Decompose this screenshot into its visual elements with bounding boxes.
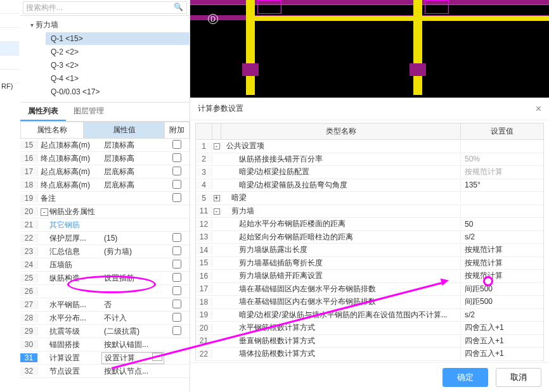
param-row[interactable]: 15剪力墙基础插筋弯折长度按规范计算 bbox=[196, 257, 543, 270]
property-value[interactable]: 不计入 bbox=[101, 313, 164, 324]
property-row[interactable]: 32节点设置按默认节点... bbox=[20, 365, 190, 378]
property-value[interactable]: (15) bbox=[101, 234, 164, 243]
property-row[interactable]: 26 bbox=[20, 285, 190, 298]
property-row[interactable]: 22保护层厚...(15) bbox=[20, 232, 190, 245]
param-value[interactable]: 按规范计算 bbox=[461, 244, 543, 255]
param-value[interactable]: s/2 bbox=[461, 310, 543, 319]
property-value[interactable]: 层底标高 bbox=[101, 167, 164, 177]
close-icon[interactable]: × bbox=[536, 103, 541, 115]
property-value[interactable]: 层顶标高 bbox=[101, 140, 164, 151]
param-row[interactable]: 20水平钢筋根数计算方式四舍五入+1 bbox=[196, 322, 543, 335]
extra-checkbox[interactable] bbox=[172, 180, 181, 189]
param-value[interactable]: 四舍五入+1 bbox=[461, 322, 543, 333]
property-value[interactable]: 层顶标高 bbox=[101, 153, 164, 164]
drawing-canvas[interactable]: D bbox=[190, 0, 549, 98]
ellipsis-button[interactable]: ⋯ bbox=[152, 353, 162, 361]
property-row[interactable]: 16终点顶标高(m)层顶标高 bbox=[20, 152, 190, 165]
col-value: 属性值 bbox=[84, 122, 164, 139]
property-row[interactable]: 19备注 bbox=[20, 192, 190, 205]
param-table-header: 类型名称 设置值 bbox=[195, 123, 544, 140]
extra-checkbox[interactable] bbox=[172, 260, 181, 269]
tree-item[interactable]: Q-4 <1> bbox=[46, 72, 190, 85]
property-row[interactable]: 23汇总信息(剪力墙) bbox=[20, 245, 190, 258]
property-row[interactable]: 24压墙筋 bbox=[20, 258, 190, 272]
extra-checkbox[interactable] bbox=[172, 246, 181, 255]
property-value[interactable]: 按默认锚固... bbox=[101, 339, 164, 350]
tab-layers[interactable]: 图层管理 bbox=[66, 103, 112, 121]
cancel-button[interactable]: 取消 bbox=[496, 368, 541, 387]
extra-checkbox[interactable] bbox=[172, 313, 181, 322]
param-row[interactable]: 3暗梁/边框梁拉筋配置按规范计算 bbox=[196, 166, 543, 179]
property-row[interactable]: 25纵筋构造设置插筋 bbox=[20, 272, 190, 285]
property-value[interactable]: (剪力墙) bbox=[101, 246, 164, 257]
param-row[interactable]: 17墙在基础锚固区内左侧水平分布钢筋排数间距500 bbox=[196, 283, 543, 296]
param-row[interactable]: 14剪力墙纵筋露出长度按规范计算 bbox=[196, 244, 543, 257]
property-row[interactable]: 27水平钢筋...否 bbox=[20, 298, 190, 312]
tree-item[interactable]: Q-3 <2> bbox=[46, 59, 190, 72]
param-value[interactable]: 135° bbox=[461, 180, 543, 189]
property-value[interactable]: 按默认节点... bbox=[101, 366, 164, 377]
param-value[interactable]: 按规范计算 bbox=[461, 258, 543, 269]
extra-checkbox[interactable] bbox=[172, 167, 181, 175]
param-row[interactable]: 19暗梁/边框梁/梁纵筋与墙水平钢筋的距离在设值范围内不计算...s/2 bbox=[196, 309, 543, 322]
param-row[interactable]: 5+暗梁 bbox=[196, 192, 543, 205]
param-row[interactable]: 18墙在基础锚固区内右侧水平分布钢筋排数间距500 bbox=[196, 296, 543, 309]
param-value[interactable]: 50% bbox=[461, 155, 543, 163]
property-row[interactable]: 30锚固搭接按默认锚固... bbox=[20, 338, 190, 351]
tree-item[interactable]: Q-0/0.03 <17> bbox=[46, 85, 190, 98]
property-name: 起点顶标高(m) bbox=[38, 140, 101, 151]
param-row[interactable]: 16剪力墙纵筋错开距离设置按规范计算 bbox=[196, 270, 543, 283]
tree-item[interactable]: Q-1 <15> bbox=[46, 32, 190, 45]
param-value[interactable]: 按规范计算 bbox=[461, 167, 543, 177]
param-name: 剪力墙 bbox=[221, 206, 461, 217]
param-name: 墙体拉筋根数计算方式 bbox=[221, 348, 461, 359]
param-name: 暗梁/边框梁箍筋及拉筋弯勾角度 bbox=[221, 180, 461, 191]
param-value[interactable]: 间距500 bbox=[461, 284, 543, 294]
property-row[interactable]: 21其它钢筋 bbox=[20, 218, 190, 232]
property-row[interactable]: 31计算设置设置计算⋯ bbox=[20, 351, 190, 365]
property-row[interactable]: 18终点底标高(m)层底标高 bbox=[20, 179, 190, 192]
property-row[interactable]: 29抗震等级(二级抗震) bbox=[20, 325, 190, 338]
axis-marker-D: D bbox=[208, 14, 218, 24]
param-value[interactable]: 四舍五入+1 bbox=[461, 336, 543, 346]
extra-checkbox[interactable] bbox=[172, 326, 181, 335]
extra-checkbox[interactable] bbox=[172, 300, 181, 308]
param-value[interactable]: 四舍五入+1 bbox=[461, 348, 543, 359]
param-value[interactable]: s/2 bbox=[461, 232, 543, 241]
param-row[interactable]: 2纵筋搭接接头错开百分率50% bbox=[196, 153, 543, 167]
extra-checkbox[interactable] bbox=[172, 273, 181, 282]
property-row[interactable]: 15起点顶标高(m)层顶标高 bbox=[20, 139, 190, 152]
side-label: ​RF) bbox=[1, 82, 13, 90]
param-row[interactable]: 12起始水平分布钢筋距楼面的距离50 bbox=[196, 218, 543, 231]
property-value[interactable]: 设置计算⋯ bbox=[101, 352, 164, 364]
search-input[interactable] bbox=[23, 1, 187, 14]
search-icon[interactable]: 🔍 bbox=[174, 3, 183, 11]
param-value[interactable]: 间距500 bbox=[461, 296, 543, 307]
property-value[interactable]: 设置插筋 bbox=[101, 273, 164, 284]
property-value[interactable]: 否 bbox=[101, 300, 164, 310]
property-row[interactable]: 17起点底标高(m)层底标高 bbox=[20, 165, 190, 179]
property-row[interactable]: 28水平分布...不计入 bbox=[20, 312, 190, 325]
tab-properties[interactable]: 属性列表 bbox=[20, 103, 66, 121]
extra-checkbox[interactable] bbox=[172, 286, 181, 295]
property-row[interactable]: 20-钢筋业务属性 bbox=[20, 205, 190, 218]
param-row[interactable]: 11-剪力墙 bbox=[196, 205, 543, 218]
param-value[interactable]: 50 bbox=[461, 220, 543, 229]
extra-checkbox[interactable] bbox=[172, 140, 181, 149]
property-header: 属性名称 属性值 附加 bbox=[20, 122, 190, 139]
tree-item[interactable]: Q-2 <2> bbox=[46, 46, 190, 58]
property-value[interactable]: 层底标高 bbox=[101, 180, 164, 191]
extra-checkbox[interactable] bbox=[172, 153, 181, 162]
property-value[interactable]: (二级抗震) bbox=[101, 326, 164, 337]
extra-checkbox[interactable] bbox=[172, 193, 181, 202]
ok-button[interactable]: 确定 bbox=[442, 368, 488, 387]
param-row[interactable]: 13起始竖向分布钢筋距暗柱边的距离s/2 bbox=[196, 231, 543, 244]
param-name: 剪力墙基础插筋弯折长度 bbox=[221, 258, 461, 269]
param-row[interactable]: 22墙体拉筋根数计算方式四舍五入+1 bbox=[196, 348, 543, 361]
param-value[interactable]: 按规范计算 bbox=[461, 270, 543, 281]
param-row[interactable]: 21垂直钢筋根数计算方式四舍五入+1 bbox=[196, 335, 543, 348]
param-row[interactable]: 4暗梁/边框梁箍筋及拉筋弯勾角度135° bbox=[196, 179, 543, 193]
param-row[interactable]: 1-公共设置项 bbox=[196, 140, 543, 153]
tree-root[interactable]: 剪力墙 bbox=[30, 18, 190, 32]
extra-checkbox[interactable] bbox=[172, 233, 181, 242]
